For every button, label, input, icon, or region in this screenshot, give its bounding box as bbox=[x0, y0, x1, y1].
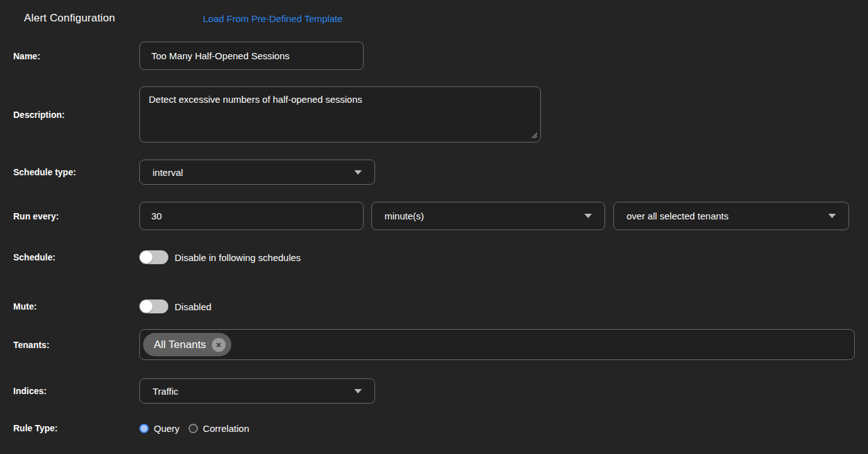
run-every-row: Run every: minute(s) over all selected t… bbox=[13, 202, 849, 230]
radio-correlation-label[interactable]: Correlation bbox=[203, 423, 249, 434]
schedule-toggle-label: Disable in following schedules bbox=[175, 252, 301, 263]
rule-type-radio-group: Query Correlation bbox=[139, 423, 249, 434]
run-every-value-input[interactable] bbox=[139, 202, 364, 230]
run-every-scope-select[interactable]: over all selected tenants bbox=[613, 202, 849, 230]
indices-row: Indices: Traffic bbox=[13, 378, 375, 404]
description-label: Description: bbox=[13, 110, 139, 120]
load-template-link[interactable]: Load From Pre-Defined Template bbox=[203, 13, 343, 24]
schedule-type-label: Schedule type: bbox=[13, 167, 139, 177]
indices-label: Indices: bbox=[13, 386, 139, 396]
indices-selected-value: Traffic bbox=[153, 386, 178, 397]
description-textarea[interactable]: Detect excessive numbers of half-opened … bbox=[139, 86, 541, 143]
run-every-unit-selected-value: minute(s) bbox=[385, 211, 424, 221]
schedule-type-selected-value: interval bbox=[153, 167, 183, 178]
name-label: Name: bbox=[13, 51, 139, 61]
tenants-row: Tenants: All Tenants × bbox=[13, 329, 855, 360]
chevron-down-icon bbox=[584, 214, 592, 218]
rule-type-label: Rule Type: bbox=[13, 423, 139, 433]
mute-toggle[interactable] bbox=[139, 300, 168, 313]
chevron-down-icon bbox=[354, 389, 362, 393]
toggle-knob bbox=[140, 251, 153, 264]
mute-row: Mute: Disabled bbox=[13, 298, 211, 315]
tenant-chip: All Tenants × bbox=[143, 333, 231, 356]
schedule-label: Schedule: bbox=[13, 252, 139, 262]
description-row: Description: Detect excessive numbers of… bbox=[13, 86, 541, 143]
schedule-type-row: Schedule type: interval bbox=[13, 160, 375, 185]
tenants-label: Tenants: bbox=[13, 340, 139, 350]
tenants-input[interactable]: All Tenants × bbox=[139, 329, 855, 360]
page-title: Alert Configuration bbox=[24, 12, 115, 25]
run-every-unit-select[interactable]: minute(s) bbox=[371, 202, 605, 230]
rule-type-row: Rule Type: Query Correlation bbox=[13, 420, 249, 436]
radio-correlation[interactable] bbox=[188, 424, 198, 433]
chevron-down-icon bbox=[354, 170, 362, 175]
toggle-knob bbox=[140, 300, 153, 313]
name-row: Name: bbox=[13, 42, 364, 70]
schedule-toggle[interactable] bbox=[139, 250, 168, 264]
mute-toggle-label: Disabled bbox=[175, 301, 211, 312]
run-every-scope-selected-value: over all selected tenants bbox=[627, 211, 729, 221]
mute-label: Mute: bbox=[13, 301, 139, 311]
tenant-chip-label: All Tenants bbox=[154, 339, 206, 351]
schedule-type-select[interactable]: interval bbox=[139, 160, 375, 185]
name-input[interactable] bbox=[139, 42, 364, 70]
schedule-row: Schedule: Disable in following schedules bbox=[13, 249, 301, 265]
radio-query-label[interactable]: Query bbox=[154, 423, 180, 434]
chevron-down-icon bbox=[828, 214, 836, 218]
radio-query[interactable] bbox=[139, 424, 149, 433]
indices-select[interactable]: Traffic bbox=[139, 378, 375, 404]
run-every-label: Run every: bbox=[13, 211, 139, 221]
remove-tenant-icon[interactable]: × bbox=[212, 338, 226, 352]
